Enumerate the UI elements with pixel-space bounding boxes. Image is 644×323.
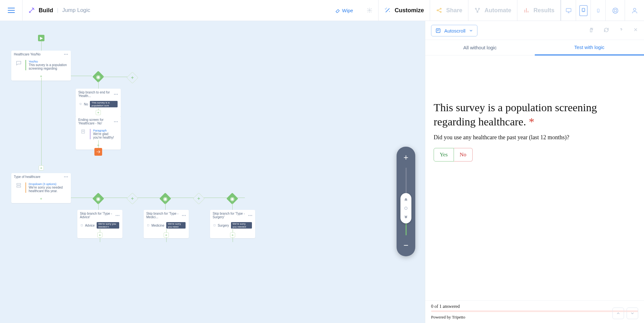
zoom-out[interactable]: − (403, 240, 408, 250)
close-icon[interactable] (633, 27, 638, 34)
tab-automate[interactable]: Automate (485, 7, 511, 14)
zoom-handle[interactable] (400, 193, 411, 223)
node-title: Type of healthcare (14, 175, 40, 179)
answer-no[interactable]: No (454, 148, 473, 162)
node-menu-icon[interactable]: ••• (64, 53, 68, 56)
doc-icon (81, 223, 83, 227)
answer-yes[interactable]: Yes (434, 148, 454, 162)
form-icon (435, 28, 441, 34)
build-icon (28, 7, 35, 14)
powered-by: Powered by Tripetto (431, 315, 638, 320)
node-title: Skip branch for 'Type - Surgery' (213, 212, 248, 219)
chevron-up-icon (403, 198, 409, 202)
wipe-link[interactable]: Wipe (335, 8, 353, 13)
node-healthcare-yesno[interactable]: Healthcare Yes/No••• Yes/No This survey … (11, 51, 71, 81)
next-button[interactable] (627, 308, 638, 319)
zoom-in[interactable]: + (403, 152, 408, 162)
tab-share[interactable]: Share (446, 7, 462, 14)
node-menu-icon[interactable]: ••• (115, 214, 120, 217)
user-button[interactable] (625, 0, 644, 21)
automate-icon (474, 7, 481, 14)
tab-test-with-logic[interactable]: Test with logic (535, 40, 644, 55)
tab-build[interactable]: Build (39, 7, 53, 14)
connector (98, 81, 99, 89)
svg-rect-18 (81, 224, 83, 226)
doc-icon (147, 223, 149, 227)
rule-label: Surgery (218, 224, 229, 227)
add-connector[interactable]: + (164, 232, 169, 238)
svg-point-4 (475, 8, 476, 9)
device-desktop[interactable] (561, 0, 576, 21)
device-tablet[interactable] (576, 0, 591, 21)
tab-results[interactable]: Results (533, 7, 554, 14)
help-icon[interactable] (618, 27, 624, 34)
node-menu-icon[interactable]: ••• (248, 214, 253, 217)
add-connector[interactable]: + (97, 232, 102, 238)
add-connector[interactable]: + (96, 110, 101, 115)
device-mobile[interactable] (591, 0, 605, 21)
start-node[interactable]: ▶ (38, 35, 44, 41)
desktop-icon (565, 7, 572, 14)
node-title: Ending screen for 'Healthcare - No' (78, 118, 114, 125)
hamburger-icon (8, 8, 15, 13)
help-button[interactable] (605, 0, 625, 21)
svg-point-13 (614, 9, 616, 12)
node-text: We're glad you're healthy! (93, 132, 118, 139)
node-type: Dropdown (3 options) (29, 182, 68, 186)
end-node[interactable] (94, 148, 102, 156)
branch-add-diamond[interactable]: + (127, 193, 139, 205)
doc-icon (213, 223, 216, 227)
autoscroll-select[interactable]: Autoscroll (431, 25, 477, 36)
connector (41, 78, 42, 168)
gear-icon[interactable] (367, 7, 372, 13)
node-menu-icon[interactable]: ••• (114, 120, 118, 123)
zoom-control[interactable]: + − (397, 147, 415, 256)
rule-badge: This survey is a population scre (90, 101, 118, 107)
node-title: Skip branch for 'Type - Advice' (80, 212, 115, 219)
add-connector[interactable]: + (230, 232, 235, 238)
svg-rect-17 (17, 186, 21, 188)
node-menu-icon[interactable]: ••• (182, 214, 186, 217)
svg-point-11 (598, 12, 598, 12)
tablet-icon (581, 7, 586, 13)
page-icon (79, 129, 87, 139)
spray-icon[interactable] (589, 27, 594, 34)
tab-all-without-logic[interactable]: All without logic (425, 40, 535, 55)
svg-point-0 (369, 10, 370, 11)
tab-customize[interactable]: Customize (395, 7, 424, 14)
rule-label: No (84, 103, 88, 106)
node-title: Skip branch for 'Type - Medici... (146, 212, 182, 219)
node-menu-icon[interactable]: ••• (114, 93, 118, 96)
prev-button[interactable] (612, 308, 624, 319)
node-menu-icon[interactable]: ••• (64, 175, 68, 179)
branch-add-diamond[interactable]: + (193, 193, 205, 205)
chevron-down-icon (630, 311, 635, 316)
top-toolbar: Build | Jump Logic Wipe Customize Share … (0, 0, 644, 21)
chevron-down-icon (403, 214, 409, 219)
rule-label: Medicine (151, 224, 164, 227)
connector (165, 203, 166, 210)
results-icon (523, 7, 530, 14)
rule-label: Advice (85, 224, 95, 227)
rule-badge: We're sorry you need (166, 222, 186, 229)
preview-panel: Autoscroll All without logic Test with l… (425, 21, 644, 323)
svg-point-5 (478, 8, 479, 9)
mobile-icon (596, 7, 601, 14)
menu-button[interactable] (0, 0, 23, 21)
add-connector[interactable]: + (39, 165, 44, 171)
refresh-icon[interactable] (603, 27, 609, 34)
branch-add-diamond[interactable]: + (127, 72, 139, 84)
connector (98, 203, 99, 210)
svg-point-1 (437, 10, 438, 11)
flow-canvas[interactable]: ▶ Healthcare Yes/No••• Yes/No This surve… (0, 21, 425, 323)
question-title: This survey is a population screening re… (434, 101, 636, 129)
add-below[interactable]: + (11, 196, 71, 203)
node-type: Yes/No (29, 60, 68, 63)
svg-point-14 (633, 8, 636, 10)
lifebuoy-icon (612, 7, 619, 14)
rule-badge: We're sorry you needed (231, 222, 252, 229)
node-type-healthcare[interactable]: Type of healthcare••• Dropdown (3 option… (11, 173, 71, 203)
svg-point-2 (440, 8, 441, 9)
jump-logic-label[interactable]: Jump Logic (62, 7, 90, 14)
node-text: We're sorry you needed healthcare this y… (29, 186, 68, 193)
